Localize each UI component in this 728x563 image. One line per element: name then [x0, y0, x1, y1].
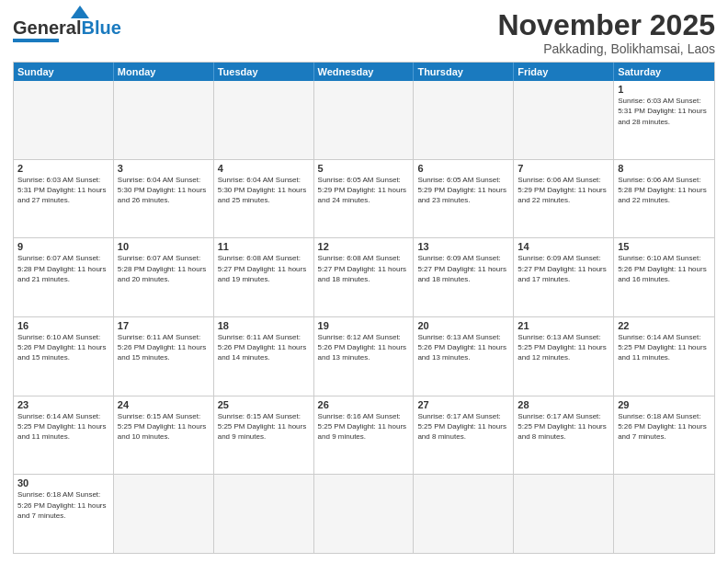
- cal-cell-3-5: 21Sunrise: 6:13 AM Sunset: 5:25 PM Dayli…: [514, 317, 614, 396]
- cal-cell-0-1: [114, 81, 214, 159]
- cal-cell-2-2: 11Sunrise: 6:08 AM Sunset: 5:27 PM Dayli…: [214, 238, 314, 316]
- cal-cell-0-2: [214, 81, 314, 159]
- day-info: Sunrise: 6:10 AM Sunset: 5:26 PM Dayligh…: [17, 332, 109, 363]
- day-number: 19: [318, 320, 410, 331]
- day-info: Sunrise: 6:07 AM Sunset: 5:28 PM Dayligh…: [118, 253, 210, 284]
- day-number: 25: [218, 399, 310, 410]
- cal-cell-1-2: 4Sunrise: 6:04 AM Sunset: 5:30 PM Daylig…: [214, 160, 314, 238]
- calendar-header: Sunday Monday Tuesday Wednesday Thursday…: [14, 63, 714, 81]
- day-info: Sunrise: 6:15 AM Sunset: 5:25 PM Dayligh…: [118, 411, 210, 442]
- day-info: Sunrise: 6:17 AM Sunset: 5:25 PM Dayligh…: [518, 411, 609, 442]
- cal-cell-4-5: 28Sunrise: 6:17 AM Sunset: 5:25 PM Dayli…: [514, 396, 614, 475]
- cal-cell-3-4: 20Sunrise: 6:13 AM Sunset: 5:26 PM Dayli…: [414, 317, 514, 396]
- day-number: 5: [318, 163, 410, 174]
- cal-cell-0-3: [314, 81, 415, 159]
- day-info: Sunrise: 6:13 AM Sunset: 5:26 PM Dayligh…: [417, 332, 509, 363]
- day-info: Sunrise: 6:06 AM Sunset: 5:28 PM Dayligh…: [618, 175, 711, 206]
- cal-row-3: 16Sunrise: 6:10 AM Sunset: 5:26 PM Dayli…: [14, 316, 714, 396]
- cal-cell-5-3: [314, 475, 415, 553]
- cal-cell-4-0: 23Sunrise: 6:14 AM Sunset: 5:25 PM Dayli…: [14, 396, 114, 475]
- day-info: Sunrise: 6:16 AM Sunset: 5:25 PM Dayligh…: [318, 411, 410, 442]
- header-wednesday: Wednesday: [314, 63, 415, 81]
- day-info: Sunrise: 6:15 AM Sunset: 5:25 PM Dayligh…: [218, 411, 310, 442]
- cal-cell-4-6: 29Sunrise: 6:18 AM Sunset: 5:26 PM Dayli…: [614, 396, 714, 475]
- day-number: 24: [118, 399, 210, 410]
- logo-blue: Blue: [81, 17, 120, 38]
- day-number: 17: [118, 320, 210, 331]
- cal-cell-1-0: 2Sunrise: 6:03 AM Sunset: 5:31 PM Daylig…: [14, 160, 114, 238]
- day-info: Sunrise: 6:07 AM Sunset: 5:28 PM Dayligh…: [17, 253, 109, 284]
- cal-cell-1-6: 8Sunrise: 6:06 AM Sunset: 5:28 PM Daylig…: [614, 160, 714, 238]
- calendar: Sunday Monday Tuesday Wednesday Thursday…: [13, 62, 715, 554]
- calendar-body: 1Sunrise: 6:03 AM Sunset: 5:31 PM Daylig…: [14, 81, 714, 553]
- day-number: 9: [17, 241, 109, 252]
- day-number: 4: [218, 163, 310, 174]
- cal-row-0: 1Sunrise: 6:03 AM Sunset: 5:31 PM Daylig…: [14, 81, 714, 159]
- cal-cell-3-6: 22Sunrise: 6:14 AM Sunset: 5:25 PM Dayli…: [614, 317, 714, 396]
- day-number: 6: [417, 163, 509, 174]
- day-info: Sunrise: 6:04 AM Sunset: 5:30 PM Dayligh…: [218, 175, 310, 206]
- day-info: Sunrise: 6:12 AM Sunset: 5:26 PM Dayligh…: [318, 332, 410, 363]
- cal-cell-2-0: 9Sunrise: 6:07 AM Sunset: 5:28 PM Daylig…: [14, 238, 114, 316]
- day-number: 11: [218, 241, 310, 252]
- day-info: Sunrise: 6:05 AM Sunset: 5:29 PM Dayligh…: [417, 175, 509, 206]
- day-info: Sunrise: 6:06 AM Sunset: 5:29 PM Dayligh…: [518, 175, 609, 206]
- header-thursday: Thursday: [414, 63, 514, 81]
- logo-general: General: [13, 17, 81, 38]
- cal-cell-3-1: 17Sunrise: 6:11 AM Sunset: 5:26 PM Dayli…: [114, 317, 214, 396]
- header-monday: Monday: [114, 63, 214, 81]
- day-number: 12: [318, 241, 410, 252]
- day-number: 10: [118, 241, 210, 252]
- day-number: 18: [218, 320, 310, 331]
- cal-cell-0-0: [14, 81, 114, 159]
- month-title: November 2025: [497, 9, 715, 41]
- cal-cell-2-6: 15Sunrise: 6:10 AM Sunset: 5:26 PM Dayli…: [614, 238, 714, 316]
- cal-row-2: 9Sunrise: 6:07 AM Sunset: 5:28 PM Daylig…: [14, 237, 714, 316]
- day-info: Sunrise: 6:17 AM Sunset: 5:25 PM Dayligh…: [417, 411, 509, 442]
- day-number: 27: [417, 399, 509, 410]
- cal-cell-5-2: [214, 475, 314, 553]
- day-number: 26: [318, 399, 410, 410]
- cal-cell-3-3: 19Sunrise: 6:12 AM Sunset: 5:26 PM Dayli…: [314, 317, 415, 396]
- day-number: 2: [17, 163, 109, 174]
- day-number: 1: [618, 84, 711, 95]
- cal-cell-3-0: 16Sunrise: 6:10 AM Sunset: 5:26 PM Dayli…: [14, 317, 114, 396]
- day-number: 13: [417, 241, 509, 252]
- day-number: 3: [118, 163, 210, 174]
- day-info: Sunrise: 6:18 AM Sunset: 5:26 PM Dayligh…: [17, 489, 109, 521]
- day-info: Sunrise: 6:05 AM Sunset: 5:29 PM Dayligh…: [318, 175, 410, 206]
- cal-row-1: 2Sunrise: 6:03 AM Sunset: 5:31 PM Daylig…: [14, 159, 714, 238]
- header: GeneralBlue November 2025 Pakkading, Bol…: [13, 9, 715, 56]
- header-saturday: Saturday: [614, 63, 714, 81]
- cal-cell-5-0: 30Sunrise: 6:18 AM Sunset: 5:26 PM Dayli…: [14, 475, 114, 553]
- cal-cell-2-3: 12Sunrise: 6:08 AM Sunset: 5:27 PM Dayli…: [314, 238, 415, 316]
- day-number: 7: [518, 163, 609, 174]
- day-number: 21: [518, 320, 609, 331]
- day-info: Sunrise: 6:03 AM Sunset: 5:31 PM Dayligh…: [17, 175, 109, 206]
- day-info: Sunrise: 6:03 AM Sunset: 5:31 PM Dayligh…: [618, 96, 711, 127]
- cal-row-5: 30Sunrise: 6:18 AM Sunset: 5:26 PM Dayli…: [14, 474, 714, 553]
- day-info: Sunrise: 6:08 AM Sunset: 5:27 PM Dayligh…: [318, 253, 410, 284]
- logo-bar: [13, 39, 59, 42]
- day-info: Sunrise: 6:14 AM Sunset: 5:25 PM Dayligh…: [17, 411, 109, 442]
- day-number: 16: [17, 320, 109, 331]
- day-info: Sunrise: 6:09 AM Sunset: 5:27 PM Dayligh…: [518, 253, 609, 284]
- title-block: November 2025 Pakkading, Bolikhamsai, La…: [497, 9, 715, 56]
- day-number: 22: [618, 320, 711, 331]
- cal-cell-5-1: [114, 475, 214, 553]
- day-info: Sunrise: 6:08 AM Sunset: 5:27 PM Dayligh…: [218, 253, 310, 284]
- header-friday: Friday: [514, 63, 614, 81]
- day-number: 29: [618, 399, 711, 410]
- cal-cell-1-4: 6Sunrise: 6:05 AM Sunset: 5:29 PM Daylig…: [414, 160, 514, 238]
- day-info: Sunrise: 6:11 AM Sunset: 5:26 PM Dayligh…: [218, 332, 310, 363]
- cal-cell-1-1: 3Sunrise: 6:04 AM Sunset: 5:30 PM Daylig…: [114, 160, 214, 238]
- logo: GeneralBlue: [13, 9, 121, 42]
- day-info: Sunrise: 6:11 AM Sunset: 5:26 PM Dayligh…: [118, 332, 210, 363]
- day-number: 30: [17, 477, 109, 488]
- day-info: Sunrise: 6:04 AM Sunset: 5:30 PM Dayligh…: [118, 175, 210, 206]
- cal-cell-3-2: 18Sunrise: 6:11 AM Sunset: 5:26 PM Dayli…: [214, 317, 314, 396]
- cal-cell-5-5: [514, 475, 614, 553]
- day-number: 15: [618, 241, 711, 252]
- day-number: 20: [417, 320, 509, 331]
- day-number: 14: [518, 241, 609, 252]
